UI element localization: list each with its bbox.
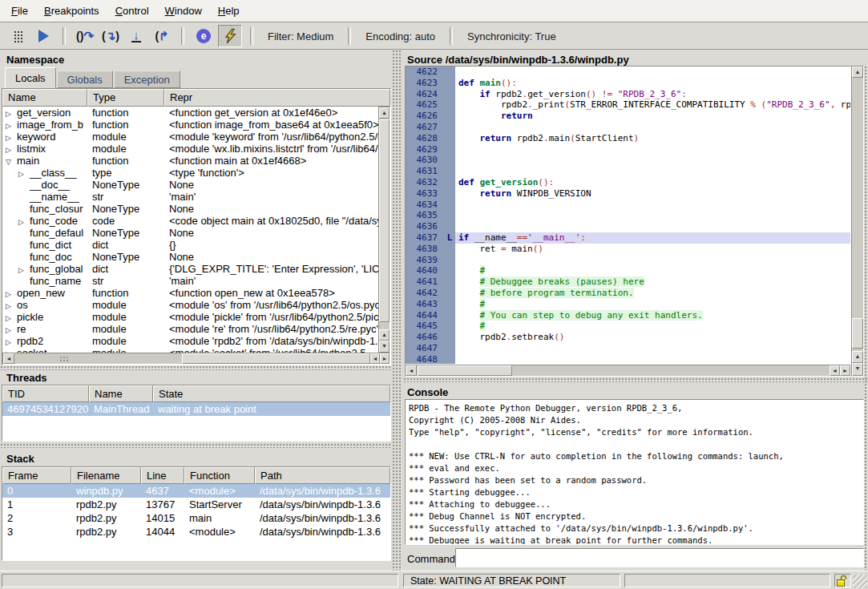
column-header-state[interactable]: State (153, 385, 390, 402)
encoding-button[interactable]: e (192, 26, 215, 46)
source-line-4632[interactable]: 4632def get_version(): (406, 177, 850, 188)
step-into-button[interactable]: (↴) (99, 26, 122, 46)
scroll-left-arrow[interactable]: ◄ (370, 353, 380, 364)
source-code-area[interactable]: 46224623def main():4624 if rpdb2.get_ver… (405, 66, 851, 365)
tree-expand-arrow[interactable]: ▷ (18, 266, 30, 274)
column-header-tid[interactable]: TID (2, 385, 89, 402)
source-hscrollbar[interactable]: ◄ ◄ ► (405, 365, 851, 377)
source-line-4623[interactable]: 4623def main(): (406, 78, 850, 89)
scroll-down-arrow[interactable]: ▼ (379, 341, 390, 353)
step-out-button[interactable]: (↱ (151, 26, 173, 46)
tree-expand-arrow[interactable]: ▷ (6, 122, 17, 130)
tab-exception[interactable]: Exception (114, 71, 180, 88)
menu-help[interactable]: Help (210, 2, 248, 20)
sash-handle[interactable] (0, 443, 391, 448)
namespace-row-rpdb2[interactable]: ▷rpdb2module<module 'rpdb2' from '/data/… (2, 335, 390, 347)
column-header-line[interactable]: Line (141, 467, 184, 484)
scroll-right-arrow[interactable]: ► (840, 365, 850, 376)
source-line-4635[interactable]: 4635 (406, 210, 850, 221)
scroll-left-arrow[interactable]: ◄ (3, 353, 14, 364)
column-header-path[interactable]: Path (255, 467, 390, 484)
namespace-row-__name__[interactable]: __name__str'main' (2, 191, 390, 203)
scroll-thumb[interactable] (182, 353, 370, 364)
namespace-row-os[interactable]: ▷osmodule<module 'os' from '/usr/lib64/p… (2, 299, 390, 311)
synchronicity-button[interactable] (218, 25, 242, 47)
source-line-4637[interactable]: 4637Lif __name__=='__main__': (406, 232, 850, 244)
source-vscrollbar[interactable]: ▲ ▲ ▼ (851, 66, 864, 377)
column-header-frame[interactable]: Frame (2, 467, 71, 484)
namespace-row-func_doc[interactable]: func_docNoneTypeNone (2, 251, 390, 263)
tree-expand-arrow[interactable]: ▷ (6, 290, 17, 298)
command-input[interactable] (455, 548, 864, 567)
tab-locals[interactable]: Locals (5, 67, 56, 88)
resize-grip[interactable] (853, 575, 867, 588)
namespace-row-image_from_b[interactable]: ▷image_from_bfunction<function image_fro… (2, 119, 390, 131)
namespace-row-re[interactable]: ▷remodule<module 're' from '/usr/lib64/p… (2, 323, 390, 335)
menu-window[interactable]: Window (157, 2, 210, 20)
source-line-4647[interactable]: 4647 (406, 343, 850, 354)
return-button[interactable]: ↓ (125, 26, 147, 46)
scroll-up-arrow[interactable]: ▲ (852, 67, 863, 78)
source-line-4630[interactable]: 4630 (406, 155, 850, 166)
tree-expand-arrow[interactable]: ▷ (18, 170, 30, 178)
source-line-4622[interactable]: 4622 (406, 67, 850, 78)
tree-expand-arrow[interactable]: ▷ (6, 338, 17, 346)
column-header-name[interactable]: Name (2, 89, 87, 107)
scroll-up-arrow[interactable]: ▲ (379, 107, 390, 119)
namespace-row-func_name[interactable]: func_namestr'main' (2, 275, 390, 287)
tree-expand-arrow[interactable]: ▷ (6, 146, 17, 154)
namespace-row-keyword[interactable]: ▷keywordmodule<module 'keyword' from '/u… (2, 131, 390, 143)
namespace-row-func_code[interactable]: ▷func_codecode<code object main at 0x180… (2, 215, 390, 227)
source-line-4643[interactable]: 4643 # (406, 299, 850, 310)
scroll-down-arrow[interactable]: ▼ (852, 363, 863, 376)
step-over-button[interactable]: ()↷ (74, 26, 96, 46)
source-line-4624[interactable]: 4624 if rpdb2.get_version() != "RPDB_2_3… (406, 89, 850, 100)
source-line-4628[interactable]: 4628 return rpdb2.main(StartClient) (406, 133, 850, 144)
namespace-row-__doc__[interactable]: __doc__NoneTypeNone (2, 179, 390, 191)
tree-expand-arrow[interactable]: ▷ (6, 110, 17, 118)
column-header-type[interactable]: Type (87, 89, 164, 107)
menu-control[interactable]: Control (107, 2, 157, 20)
scroll-thumb[interactable] (418, 365, 512, 376)
namespace-row-func_dict[interactable]: func_dictdict{} (2, 239, 390, 251)
namespace-row-main[interactable]: ▽mainfunction<function main at 0x1ef4668… (2, 155, 390, 167)
scroll-thumb[interactable] (852, 318, 863, 349)
source-line-4645[interactable]: 4645 # (406, 321, 850, 332)
source-line-4629[interactable]: 4629 (406, 144, 850, 155)
source-line-4639[interactable]: 4639 (406, 255, 850, 266)
sash-handle[interactable] (0, 365, 391, 370)
namespace-vscrollbar[interactable]: ▲ ▲ ▼ (378, 107, 390, 353)
source-line-4640[interactable]: 4640 # (406, 265, 850, 276)
go-button[interactable] (32, 26, 55, 46)
column-header-repr[interactable]: Repr (164, 89, 390, 107)
scroll-up-arrow[interactable]: ▲ (379, 329, 390, 341)
source-line-4648[interactable]: 4648 (406, 354, 850, 365)
scroll-left-arrow[interactable]: ◄ (406, 365, 417, 376)
source-line-4627[interactable]: 4627 (406, 122, 850, 133)
source-line-4644[interactable]: 4644 # You can step to debug any exit ha… (406, 310, 850, 321)
source-line-4636[interactable]: 4636 (406, 221, 850, 232)
source-line-4626[interactable]: 4626 return (406, 111, 850, 122)
namespace-row-__class__[interactable]: ▷__class__type<type 'function'> (2, 167, 390, 179)
tree-expand-arrow[interactable]: ▷ (6, 302, 17, 310)
stack-frame-row-3[interactable]: 3rpdb2.py14044<module>/data/sys/bin/winp… (2, 525, 390, 539)
namespace-row-get_version[interactable]: ▷get_versionfunction<function get_versio… (2, 107, 390, 119)
column-header-filename[interactable]: Filename (71, 467, 141, 484)
namespace-row-listmix[interactable]: ▷listmixmodule<module 'wx.lib.mixins.lis… (2, 143, 390, 155)
sash-handle[interactable] (403, 377, 868, 382)
source-line-4638[interactable]: 4638 ret = main() (406, 244, 850, 255)
scroll-right-arrow[interactable]: ► (380, 353, 390, 364)
namespace-row-pickle[interactable]: ▷picklemodule<module 'pickle' from '/usr… (2, 311, 390, 323)
tree-expand-arrow[interactable]: ▷ (6, 134, 17, 142)
namespace-row-socket[interactable]: ▷socketmodule<module 'socket' from '/usr… (2, 347, 390, 353)
tree-collapse-arrow[interactable]: ▽ (6, 158, 17, 166)
tree-expand-arrow[interactable]: ▷ (18, 218, 30, 226)
source-line-4625[interactable]: 4625 rpdb2._print(STR_ERROR_INTERFACE_CO… (406, 99, 850, 111)
stack-frame-row-0[interactable]: 0winpdb.py4637<module>/data/sys/bin/winp… (2, 484, 390, 498)
namespace-hscrollbar[interactable]: ◄ ◄ ► (2, 353, 390, 365)
column-header-name[interactable]: Name (89, 385, 153, 402)
tree-expand-arrow[interactable]: ▷ (6, 314, 17, 322)
stack-frame-row-1[interactable]: 1rpdb2.py13767StartServer/data/sys/bin/w… (2, 498, 390, 511)
namespace-row-func_defaul[interactable]: func_defaulNoneTypeNone (2, 227, 390, 239)
namespace-row-open_new[interactable]: ▷open_newfunction<function open_new at 0… (2, 287, 390, 299)
